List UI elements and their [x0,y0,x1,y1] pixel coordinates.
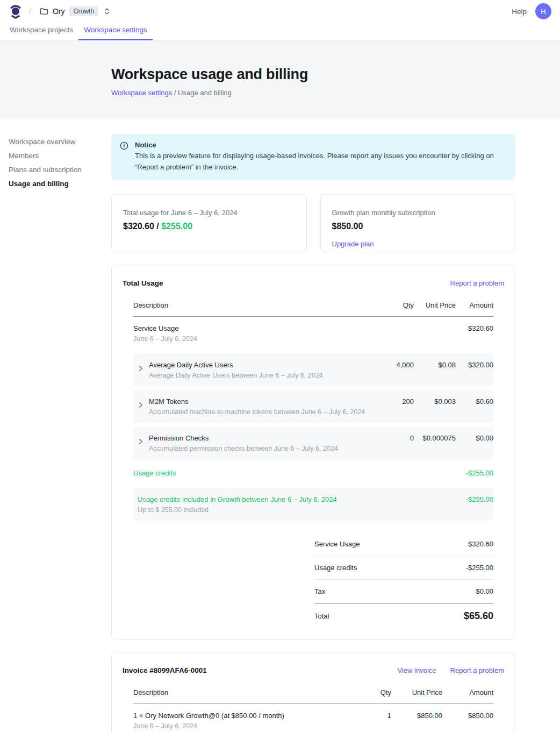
row-subtitle: Accumulated permission checks between Ju… [149,445,338,452]
usage-card-title: Total Usage [123,279,163,287]
chevron-right-icon[interactable] [138,365,143,379]
table-row-service-usage: Service Usage June 6 – July 6, 2024 $320… [133,317,493,350]
folder-icon [40,7,48,16]
workspace-tabs: Workspace projects Workspace settings [0,23,560,40]
invoice-table-header: Description Qty Unit Price Amount [133,683,493,704]
page-title: Workspace usage and billing [111,66,551,83]
chevron-updown-icon [104,7,110,16]
usage-table: Description Qty Unit Price Amount Servic… [133,296,493,624]
row-unit-price: $850.00 [391,712,442,720]
row-amount: $0.00 [456,434,493,442]
usage-credit-amount: $255.00 [161,222,192,231]
row-subtitle: June 6 – July 6, 2024 [133,722,340,730]
row-title: Usage credits included in Growth between… [138,495,371,503]
report-problem-link[interactable]: Report a problem [450,666,504,674]
col-description: Description [133,688,340,697]
totals-grand-value: $65.60 [464,610,493,622]
row-title: Usage credits [133,469,371,477]
report-problem-link[interactable]: Report a problem [450,279,504,287]
row-qty: 200 [371,397,414,406]
col-amount: Amount [442,688,493,697]
col-unit-price: Unit Price [391,688,442,697]
plan-badge: Growth [69,6,98,16]
sidebar-item-members[interactable]: Members [9,152,111,160]
row-amount: $850.00 [442,712,493,720]
notice-title: Notice [135,141,507,149]
breadcrumb-current: / Usage and billing [172,89,232,97]
breadcrumb-link-workspace-settings[interactable]: Workspace settings [111,89,172,97]
table-row-invoice-item: 1 × Ory Network Growth@0 (at $850.00 / m… [133,704,493,732]
sidebar-item-usage-and-billing[interactable]: Usage and billing [9,180,111,188]
row-amount: $320.00 [456,361,493,369]
tab-workspace-projects[interactable]: Workspace projects [4,23,78,40]
help-link[interactable]: Help [512,8,527,16]
row-subtitle: Average Daily Active Users between June … [149,372,323,379]
invoice-title: Invoice #8099AFA6-0001 [123,666,207,674]
total-usage-summary-card: Total usage for June 6 – July 6, 2024 $3… [111,194,307,252]
totals-value: -$255.00 [466,564,493,572]
row-qty: 1 [340,712,391,720]
upgrade-plan-link[interactable]: Upgrade plan [332,240,374,248]
usage-separator: / [154,222,161,231]
totals-label: Tax [314,587,325,595]
row-title: M2M Tokens [149,397,365,406]
col-unit-price: Unit Price [414,301,456,309]
total-usage-card: Total Usage Report a problem Description… [111,265,515,639]
row-qty: 0 [371,434,414,442]
col-qty: Qty [340,688,391,697]
row-title: Average Daily Active Users [149,361,323,369]
preview-notice-banner: Notice This is a preview feature for dis… [111,134,515,180]
row-subtitle: Accumulated machine-to-machine tokens be… [149,408,365,416]
row-unit-price: $0.000075 [414,434,456,442]
settings-sidebar: Workspace overview Members Plans and sub… [9,134,111,732]
table-row-m2m-tokens[interactable]: M2M Tokens Accumulated machine-to-machin… [133,390,493,423]
subscription-summary-card: Growth plan monthly subscription $850.00… [320,194,516,252]
row-title: 1 × Ory Network Growth@0 (at $850.00 / m… [133,712,340,720]
sidebar-item-workspace-overview[interactable]: Workspace overview [9,138,111,146]
table-row-usage-credits: Usage credits -$255.00 [133,459,493,484]
sidebar-item-plans-and-subscription[interactable]: Plans and subscription [9,166,111,174]
totals-row-tax: Tax $0.00 [314,580,493,603]
invoice-table: Description Qty Unit Price Amount 1 × Or… [133,683,493,732]
row-subtitle: Up to $ 255.00 included [138,506,371,514]
table-row-permission-checks[interactable]: Permission Checks Accumulated permission… [133,427,493,459]
chevron-right-icon[interactable] [138,402,143,416]
notice-body: This is a preview feature for displaying… [135,151,507,173]
totals-label: Total [314,612,329,620]
workspace-switcher[interactable]: Ory Growth [40,6,110,16]
avatar[interactable]: H [535,3,551,19]
row-amount: $320.60 [456,324,493,332]
view-invoice-link[interactable]: View invoice [398,666,436,674]
tab-workspace-settings[interactable]: Workspace settings [78,23,153,40]
breadcrumb: Workspace settings / Usage and billing [111,89,551,97]
row-unit-price: $0.003 [414,397,456,406]
info-icon [120,141,128,173]
row-amount: -$255.00 [456,469,493,477]
subscription-amount: $850.00 [332,222,504,231]
topbar: / Ory Growth Help H [0,0,560,23]
totals-row-usage-credits: Usage credits -$255.00 [314,556,493,580]
row-amount: -$255.00 [456,495,493,503]
row-unit-price: $0.08 [414,361,456,369]
totals-label: Usage credits [314,564,357,572]
row-qty: 4,000 [371,361,414,369]
usage-used-amount: $320.60 [123,222,154,231]
col-qty: Qty [371,301,414,309]
usage-amount: $320.60 / $255.00 [123,222,295,231]
ory-logo-icon[interactable] [9,4,23,19]
chevron-right-icon[interactable] [138,438,143,452]
breadcrumb-separator: / [28,7,34,16]
usage-table-header: Description Qty Unit Price Amount [133,296,493,317]
invoice-card: Invoice #8099AFA6-0001 View invoice Repo… [111,652,515,732]
totals-value: $0.00 [476,587,493,595]
table-row-usage-credits-included: Usage credits included in Growth between… [133,488,493,521]
totals-value: $320.60 [468,540,493,548]
col-amount: Amount [456,301,493,309]
page-header: Workspace usage and billing Workspace se… [0,40,560,119]
totals-label: Service Usage [314,540,360,548]
totals-row-service-usage: Service Usage $320.60 [314,532,493,556]
table-row-average-daily-active-users[interactable]: Average Daily Active Users Average Daily… [133,353,493,386]
row-title: Service Usage [133,324,371,332]
workspace-name: Ory [53,7,65,16]
row-amount: $0.60 [456,397,493,406]
